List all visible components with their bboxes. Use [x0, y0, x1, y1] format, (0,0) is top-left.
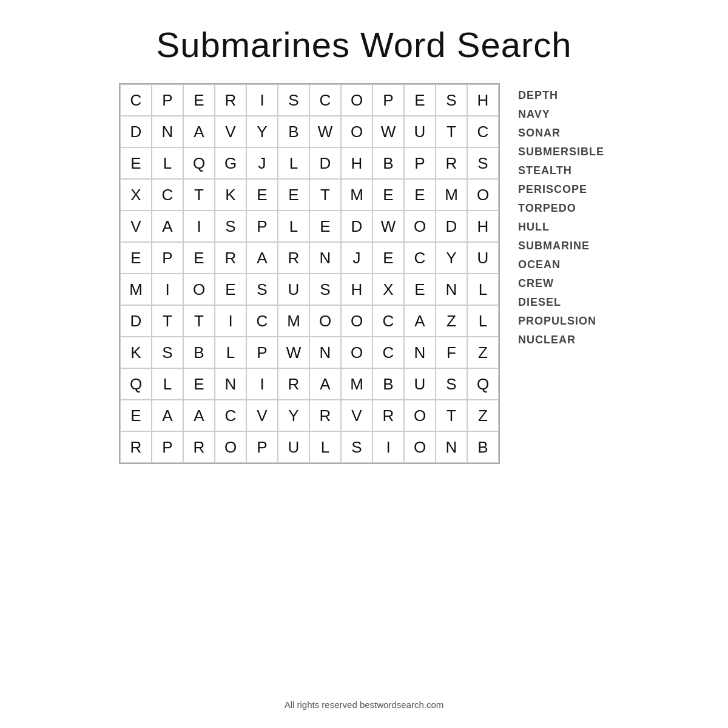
grid-cell: J — [341, 242, 372, 274]
grid-cell: N — [309, 337, 341, 368]
grid-cell: P — [404, 147, 436, 179]
grid-cell: P — [152, 431, 183, 463]
grid-cell: W — [309, 116, 341, 147]
grid-cell: P — [246, 211, 278, 242]
grid-cell: A — [404, 305, 436, 337]
grid-cell: O — [341, 116, 372, 147]
grid-cell: S — [246, 274, 278, 305]
grid-cell: C — [404, 242, 436, 274]
grid-cell: Q — [120, 368, 152, 400]
grid-cell: C — [309, 84, 341, 116]
grid-cell: T — [152, 305, 183, 337]
grid-cell: I — [152, 274, 183, 305]
word-list: DEPTHNAVYSONARSUBMERSIBLESTEALTHPERISCOP… — [518, 83, 609, 346]
grid-cell: U — [404, 368, 436, 400]
grid-cell: E — [404, 84, 436, 116]
list-item: TORPEDO — [518, 202, 609, 215]
grid-cell: E — [120, 242, 152, 274]
grid-cell: E — [183, 242, 215, 274]
grid-cell: C — [467, 116, 499, 147]
grid-cell: E — [246, 179, 278, 211]
grid-cell: I — [183, 211, 215, 242]
grid-cell: Q — [183, 147, 215, 179]
grid-cell: C — [372, 305, 404, 337]
grid-cell: S — [436, 84, 467, 116]
grid-cell: E — [404, 179, 436, 211]
grid-cell: V — [341, 400, 372, 431]
grid-cell: X — [120, 179, 152, 211]
grid-cell: L — [215, 337, 246, 368]
grid-cell: C — [372, 337, 404, 368]
grid-cell: A — [152, 400, 183, 431]
list-item: NUCLEAR — [518, 334, 609, 346]
grid-cell: C — [215, 400, 246, 431]
list-item: HULL — [518, 221, 609, 234]
grid-cell: P — [246, 431, 278, 463]
grid-cell: O — [404, 431, 436, 463]
list-item: OCEAN — [518, 258, 609, 271]
grid-cell: O — [341, 305, 372, 337]
grid-cell: S — [436, 368, 467, 400]
list-item: SUBMERSIBLE — [518, 146, 609, 158]
grid-cell: U — [278, 274, 309, 305]
grid-cell: L — [467, 305, 499, 337]
grid-cell: E — [278, 179, 309, 211]
grid-cell: P — [372, 84, 404, 116]
grid-cell: N — [152, 116, 183, 147]
grid-cell: T — [183, 179, 215, 211]
grid-cell: M — [436, 179, 467, 211]
grid-cell: K — [215, 179, 246, 211]
grid-cell: S — [467, 147, 499, 179]
grid-cell: L — [467, 274, 499, 305]
grid-cell: R — [215, 84, 246, 116]
grid-cell: N — [404, 337, 436, 368]
grid-cell: S — [278, 84, 309, 116]
grid-cell: B — [278, 116, 309, 147]
grid-cell: I — [215, 305, 246, 337]
grid-cell: A — [246, 242, 278, 274]
grid-cell: E — [404, 274, 436, 305]
grid-cell: A — [183, 116, 215, 147]
grid-cell: H — [467, 211, 499, 242]
list-item: PROPULSION — [518, 315, 609, 328]
grid-cell: P — [152, 242, 183, 274]
list-item: DIESEL — [518, 296, 609, 309]
grid-cell: G — [215, 147, 246, 179]
grid-cell: L — [309, 431, 341, 463]
grid-cell: B — [372, 147, 404, 179]
grid-cell: R — [278, 368, 309, 400]
grid-cell: O — [404, 211, 436, 242]
grid-cell: Z — [467, 400, 499, 431]
grid-cell: E — [372, 242, 404, 274]
grid-cell: N — [309, 242, 341, 274]
grid-cell: O — [341, 337, 372, 368]
grid-cell: R — [309, 400, 341, 431]
grid-cell: W — [278, 337, 309, 368]
grid-cell: V — [246, 400, 278, 431]
grid-cell: R — [372, 400, 404, 431]
grid-cell: R — [215, 242, 246, 274]
grid-cell: B — [467, 431, 499, 463]
grid-cell: I — [372, 431, 404, 463]
list-item: STEALTH — [518, 164, 609, 177]
grid-cell: V — [215, 116, 246, 147]
grid-cell: S — [215, 211, 246, 242]
grid-cell: M — [278, 305, 309, 337]
grid-cell: T — [183, 305, 215, 337]
grid-cell: L — [152, 368, 183, 400]
list-item: NAVY — [518, 108, 609, 121]
grid-cell: L — [278, 211, 309, 242]
grid-cell: T — [436, 116, 467, 147]
grid-cell: L — [152, 147, 183, 179]
grid-cell: Y — [436, 242, 467, 274]
grid-cell: V — [120, 211, 152, 242]
grid-cell: T — [309, 179, 341, 211]
grid-cell: I — [246, 368, 278, 400]
grid-cell: E — [120, 400, 152, 431]
grid-cell: E — [183, 84, 215, 116]
list-item: SUBMARINE — [518, 240, 609, 252]
grid-cell: C — [246, 305, 278, 337]
grid-cell: E — [120, 147, 152, 179]
page-title: Submarines Word Search — [156, 24, 571, 65]
grid-cell: R — [278, 242, 309, 274]
